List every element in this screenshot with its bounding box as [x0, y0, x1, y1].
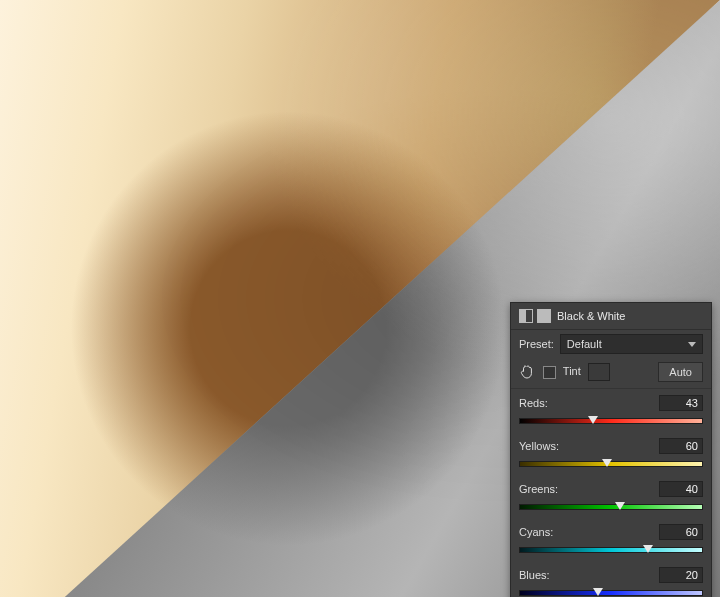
slider-thumb-cyans[interactable] — [643, 545, 653, 553]
slider-thumb-blues[interactable] — [593, 588, 603, 596]
panel-title: Black & White — [557, 310, 625, 322]
slider-greens: Greens:40 — [511, 475, 711, 518]
slider-reds: Reds:43 — [511, 389, 711, 432]
slider-label-greens: Greens: — [519, 483, 558, 495]
slider-label-yellows: Yellows: — [519, 440, 559, 452]
preset-select[interactable]: Default — [560, 334, 703, 354]
slider-label-reds: Reds: — [519, 397, 548, 409]
adjustment-icons — [519, 309, 551, 323]
tint-checkbox[interactable] — [543, 366, 556, 379]
tint-label: Tint — [563, 365, 581, 377]
editor-canvas: Black & White Preset: Default Tint — [0, 0, 720, 597]
tint-toggle[interactable]: Tint — [543, 363, 610, 381]
auto-button[interactable]: Auto — [658, 362, 703, 382]
slider-thumb-reds[interactable] — [588, 416, 598, 424]
sliders-container: Reds:43Yellows:60Greens:40Cyans:60Blues:… — [511, 389, 711, 597]
targeted-adjust-icon[interactable] — [519, 364, 535, 380]
adjustment-icon-bw[interactable] — [537, 309, 551, 323]
slider-value-greens[interactable]: 40 — [659, 481, 703, 497]
preset-row: Preset: Default — [511, 330, 711, 358]
adjustment-icon-split[interactable] — [519, 309, 533, 323]
tools-row: Tint Auto — [511, 358, 711, 389]
preset-label: Preset: — [519, 338, 554, 350]
panel-header: Black & White — [511, 303, 711, 330]
slider-cyans: Cyans:60 — [511, 518, 711, 561]
slider-label-blues: Blues: — [519, 569, 550, 581]
preset-value: Default — [567, 338, 602, 350]
slider-track-cyans[interactable] — [519, 547, 703, 553]
slider-value-yellows[interactable]: 60 — [659, 438, 703, 454]
slider-blues: Blues:20 — [511, 561, 711, 597]
tint-swatch[interactable] — [588, 363, 610, 381]
slider-value-cyans[interactable]: 60 — [659, 524, 703, 540]
chevron-down-icon — [688, 342, 696, 347]
slider-yellows: Yellows:60 — [511, 432, 711, 475]
slider-label-cyans: Cyans: — [519, 526, 553, 538]
slider-value-blues[interactable]: 20 — [659, 567, 703, 583]
slider-track-blues[interactable] — [519, 590, 703, 596]
slider-value-reds[interactable]: 43 — [659, 395, 703, 411]
slider-thumb-yellows[interactable] — [602, 459, 612, 467]
slider-thumb-greens[interactable] — [615, 502, 625, 510]
slider-track-reds[interactable] — [519, 418, 703, 424]
slider-track-greens[interactable] — [519, 504, 703, 510]
black-white-panel: Black & White Preset: Default Tint — [510, 302, 712, 597]
